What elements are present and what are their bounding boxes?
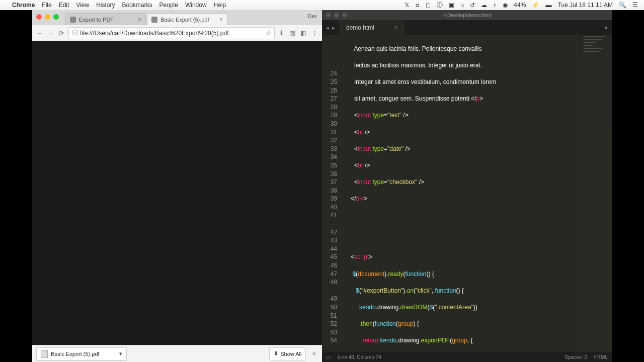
cloud-icon[interactable]: ☁ [481,2,487,9]
editor-tab-demo-html[interactable]: demo.html × [339,20,406,35]
screen-icon[interactable]: ⌂ [460,2,464,9]
favicon-icon [151,17,157,23]
code-area[interactable]: 242526272829 303132333435 363738394041 4… [322,35,612,352]
battery-percent[interactable]: 44% [514,2,526,9]
bluetooth-icon[interactable]: ᚼ [493,2,497,9]
editor-tabbar: ◂ ▸ demo.html × ▾ [322,20,612,35]
show-all-label: Show All [280,351,301,357]
editor-maximize-button[interactable] [342,13,347,18]
tab-overflow-icon[interactable]: ▾ [605,25,608,31]
editor-titlebar: ~/Desktop/demo.html [322,10,612,20]
right-black-strip [612,10,644,362]
maximize-window-button[interactable] [53,14,59,20]
tab-export-to-pdf[interactable]: Export to PDF × [65,13,146,25]
tab-title: Export to PDF [79,17,114,23]
chrome-tabbar: Export to PDF × Basic Export (5).pdf × D… [32,10,322,25]
info-icon[interactable]: ⓘ [437,1,443,10]
editor-tab-label: demo.html [346,24,374,31]
clock[interactable]: Tue Jul 18 11:11 AM [557,2,613,9]
macos-menubar: Chrome File Edit View History Bookmarks … [0,0,644,10]
status-panel-icon[interactable]: ▭ [326,354,331,360]
tab-nav-left-icon[interactable]: ◂ [326,25,329,31]
pdf-viewer-area[interactable] [32,41,322,345]
menu-view[interactable]: View [76,2,89,9]
editor-minimize-button[interactable] [334,13,339,18]
address-bar[interactable]: ⓘ file:///Users/carl/Downloads/Basic%20E… [68,27,275,39]
status-spaces[interactable]: Spaces: 2 [565,354,587,360]
menu-help[interactable]: Help [214,2,226,9]
download-options-caret-icon[interactable]: ▾ [115,350,122,357]
twitter-icon[interactable]: 𝕏 [405,2,410,9]
url-text: file:///Users/carl/Downloads/Basic%20Exp… [80,30,228,37]
reload-button[interactable]: ⟳ [58,29,64,37]
chrome-toolbar: ← → ⟳ ⓘ file:///Users/carl/Downloads/Bas… [32,25,322,41]
menu-bookmarks[interactable]: Bookmarks [122,2,152,9]
menubar-app-name[interactable]: Chrome [12,2,35,9]
wifi-icon[interactable]: ◉ [503,2,508,9]
forward-button[interactable]: → [47,29,54,37]
spotlight-icon[interactable]: 🔍 [619,2,626,9]
status-cursor[interactable]: Line 48, Column 74 [338,354,381,360]
download-arrow-icon: ⬇ [274,350,278,357]
menu-window[interactable]: Window [185,2,207,9]
line-gutter: 242526272829 303132333435 363738394041 4… [322,35,342,352]
close-tab-icon[interactable]: × [138,16,141,23]
minimize-window-button[interactable] [45,14,50,20]
download-icon[interactable]: ⬇ [279,29,284,37]
download-item[interactable]: Basic Export (5).pdf ▾ [36,347,127,360]
app-icon[interactable]: ◻ [426,2,431,9]
close-tab-icon[interactable]: × [394,24,398,31]
menu-people[interactable]: People [159,2,178,9]
editor-statusbar: ▭ Line 48, Column 74 Spaces: 2 HTML [322,352,612,362]
show-all-downloads-button[interactable]: ⬇ Show All [269,347,306,360]
site-info-icon[interactable]: ⓘ [72,29,78,37]
back-button[interactable]: ← [36,29,43,37]
editor-window-title: ~/Desktop/demo.html [443,13,491,18]
minimap[interactable] [582,35,612,352]
close-downloads-bar-icon[interactable]: × [310,350,318,357]
camera-icon[interactable]: ▣ [449,2,454,9]
download-filename: Basic Export (5).pdf [51,351,100,357]
tab-nav-right-icon[interactable]: ▸ [332,25,335,31]
file-icon [41,350,48,358]
close-window-button[interactable] [36,14,42,20]
close-tab-icon[interactable]: × [219,16,223,23]
tab-basic-export-pdf[interactable]: Basic Export (5).pdf × [147,13,227,25]
dropbox-icon[interactable]: ⧈ [416,2,420,9]
flag-icon[interactable]: ▬ [545,2,551,9]
chrome-window: Export to PDF × Basic Export (5).pdf × D… [32,10,322,362]
menu-file[interactable]: File [42,2,51,9]
menu-icon[interactable]: ☰ [632,2,638,9]
extension-icon[interactable]: ▦ [289,29,295,37]
code-editor-window: ~/Desktop/demo.html ◂ ▸ demo.html × ▾ 24… [322,10,612,362]
battery-icon[interactable]: ⚡ [532,2,539,9]
dev-label: Dev [308,14,317,19]
downloads-bar: Basic Export (5).pdf ▾ ⬇ Show All × [32,345,322,362]
extension-icon[interactable]: ◧ [300,29,306,37]
tab-title: Basic Export (5).pdf [160,17,209,23]
left-black-strip [0,10,32,362]
chrome-menu-icon[interactable]: ⋮ [311,29,318,37]
sync-icon[interactable]: ↺ [470,2,475,9]
menu-edit[interactable]: Edit [59,2,69,9]
status-language[interactable]: HTML [594,354,608,360]
editor-close-button[interactable] [326,13,331,18]
favicon-icon [70,17,76,23]
code-content[interactable]: Aenean quis lacinia felis. Pellentesque … [342,35,612,352]
window-controls [36,14,59,20]
bookmark-star-icon[interactable]: ☆ [266,30,271,37]
menu-history[interactable]: History [96,2,115,9]
